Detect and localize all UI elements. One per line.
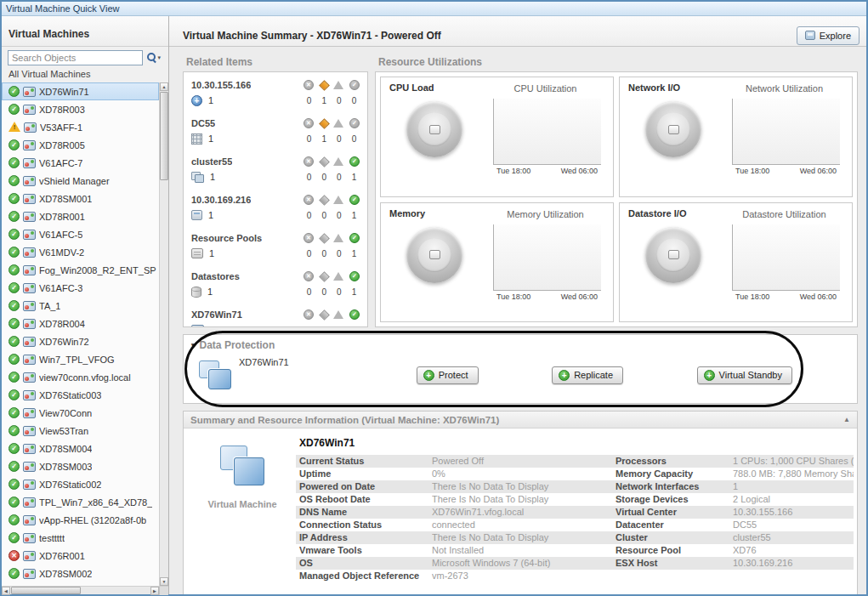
- vm-icon: [191, 325, 204, 327]
- normal-icon: ✓: [349, 233, 360, 243]
- vm-list-item[interactable]: ✓XD78R005: [2, 136, 159, 154]
- vm-label: V53AFF-1: [40, 122, 82, 133]
- vm-list-item[interactable]: ✓XD76Win71: [2, 82, 159, 100]
- scrollbar-thumb[interactable]: [11, 587, 81, 594]
- field-value: [733, 570, 854, 582]
- data-protection-panel: ▾ Data Protection XD76Win71 +Protect+Rep…: [183, 334, 858, 404]
- scroll-down-button[interactable]: ▼: [160, 577, 168, 586]
- vm-icon: [23, 480, 36, 490]
- related-item-label: 10.30.169.216: [191, 195, 251, 205]
- vm-list-item[interactable]: ✓TPL_Win7_x86_64_XD78_: [2, 493, 159, 511]
- vm-list-item[interactable]: ✓view70conn.vfog.local: [2, 368, 159, 386]
- vm-list-item[interactable]: V53AFF-1: [2, 118, 159, 136]
- normal-icon: ✓: [349, 271, 360, 281]
- related-item-label: Resource Pools: [191, 233, 262, 243]
- scroll-left-button[interactable]: ◀: [2, 587, 10, 595]
- vm-list-item[interactable]: ✕XD76R001: [2, 547, 159, 565]
- virtual-standby-button[interactable]: +Virtual Standby: [697, 366, 792, 384]
- gauge[interactable]: [645, 101, 701, 157]
- warning-icon: [333, 156, 344, 167]
- summary-icon-column: Virtual Machine: [189, 432, 296, 594]
- scroll-right-button[interactable]: ▶: [150, 587, 159, 595]
- warning-icon: [333, 195, 344, 205]
- vm-list-item[interactable]: ✓XD78R001: [2, 207, 159, 225]
- status-ok-icon: ✓: [9, 300, 20, 311]
- vcenter-icon: [191, 95, 202, 106]
- vm-list-item[interactable]: ✓V61MDV-2: [2, 243, 159, 261]
- vm-list-item[interactable]: ✓XD76Static003: [2, 386, 159, 404]
- scrollbar-thumb[interactable]: [160, 92, 168, 180]
- vm-list-item[interactable]: ✓vShield Manager: [2, 172, 159, 190]
- vm-list-item[interactable]: ✓Fog_Win2008_R2_ENT_SP: [2, 261, 159, 279]
- related-item-row[interactable]: 10.30.169.216✕✓10001: [184, 189, 367, 227]
- vm-list-item[interactable]: ✓XD76Win72: [2, 332, 159, 350]
- vm-label: XD76Static002: [39, 480, 101, 490]
- gauge[interactable]: [406, 101, 462, 157]
- status-ok-icon: ✓: [9, 247, 20, 258]
- vm-list-item[interactable]: ✓V61AFC-5: [2, 225, 159, 243]
- protect-button[interactable]: +Protect: [417, 366, 479, 384]
- vm-list-item[interactable]: ✓Win7_TPL_VFOG: [2, 350, 159, 368]
- vm-list-item[interactable]: ✓XD76Static002: [2, 475, 159, 493]
- all-virtual-machines-link[interactable]: All Virtual Machines: [2, 67, 168, 82]
- scroll-up-button[interactable]: ▲: [160, 82, 168, 91]
- axis-tick-label: Wed 06:00: [800, 167, 837, 175]
- field-value: There Is No Data To Display: [432, 493, 612, 506]
- vm-label: View70Conn: [39, 408, 92, 418]
- vm-label: XD78R003: [39, 105, 85, 115]
- summary-row: Managed Object Referencevm-2673: [296, 570, 854, 582]
- item-count: 1: [210, 172, 215, 182]
- related-items-box: 10.30.155.166✕✓10100DC55✕✓10100cluster55…: [183, 71, 368, 327]
- main-header: Virtual Machine Summary - XD76Win71 - Po…: [169, 16, 866, 47]
- related-item-row[interactable]: DC55✕✓10100: [184, 112, 367, 150]
- vm-list-item[interactable]: ✓View53Tran: [2, 422, 159, 440]
- vm-list-item[interactable]: ✓V61AFC-3: [2, 279, 159, 297]
- fatal-icon: ✕: [304, 309, 314, 320]
- gauge[interactable]: [406, 227, 462, 283]
- vm-list-item[interactable]: ✓testtttt: [2, 529, 159, 547]
- related-item-row[interactable]: Resource Pools✕✓10001: [184, 227, 367, 265]
- vm-list-item[interactable]: ✓XD78R004: [2, 315, 159, 332]
- related-item-row[interactable]: Datastores✕✓10001: [184, 265, 367, 304]
- vm-list-item[interactable]: ✓XD78SM003: [2, 457, 159, 475]
- related-item-row[interactable]: XD76Win71✕✓10001: [184, 304, 367, 327]
- vm-list-item[interactable]: ✓XD78R003: [2, 100, 159, 118]
- field-value: 2 Logical: [733, 493, 854, 506]
- status-ok-icon: ✓: [9, 514, 20, 525]
- vm-label: V61MDV-2: [39, 247, 84, 258]
- collapse-arrow-icon[interactable]: ▲: [843, 416, 850, 423]
- vm-icon: [23, 301, 36, 311]
- gauge[interactable]: [645, 227, 701, 283]
- vertical-scrollbar[interactable]: ▲ ▼: [159, 82, 168, 586]
- axis-tick-label: Tue 18:00: [735, 292, 769, 301]
- collapse-caret-icon[interactable]: ▾: [191, 341, 196, 349]
- vm-icon: [23, 551, 36, 561]
- vm-list-item[interactable]: ✓TA_1: [2, 297, 159, 315]
- chart-title: Network Utilization: [725, 83, 843, 94]
- vm-list-item[interactable]: ✓XD78SM002: [2, 565, 159, 582]
- field-value: cluster55: [733, 531, 854, 544]
- search-input[interactable]: [8, 50, 143, 65]
- vm-label: Win7_TPL_VFOG: [39, 355, 115, 365]
- status-ok-icon: ✓: [9, 568, 20, 579]
- vm-list-item[interactable]: ✓V61AFC-7: [2, 154, 159, 172]
- warning-icon: [333, 309, 344, 320]
- vm-list-item[interactable]: ✓XD78SM004: [2, 440, 159, 457]
- related-item-row[interactable]: 10.30.155.166✕✓10100: [184, 74, 367, 112]
- vm-list-item[interactable]: ✓View70Conn: [2, 404, 159, 422]
- horizontal-scrollbar[interactable]: ◀ ▶: [2, 586, 168, 594]
- explore-button[interactable]: Explore: [797, 26, 859, 45]
- status-ok-icon: ✓: [9, 139, 20, 150]
- related-item-row[interactable]: cluster55✕✓10001: [184, 150, 367, 189]
- axis-tick-label: Wed 06:00: [561, 167, 598, 175]
- vm-list-item[interactable]: ✓vApp-RHEL (31202a8f-0b: [2, 511, 159, 529]
- datastore-icon: [191, 287, 201, 298]
- main-area: Virtual Machine Summary - XD76Win71 - Po…: [169, 16, 866, 594]
- vm-icon: [23, 194, 36, 204]
- scrollbar-track[interactable]: [160, 91, 168, 577]
- vm-list-item[interactable]: ✓XD78SM001: [2, 190, 159, 207]
- search-button[interactable]: ▾: [145, 50, 163, 65]
- replicate-button[interactable]: +Replicate: [552, 366, 623, 384]
- scrollbar-track[interactable]: [10, 587, 150, 594]
- vm-label: V61AFC-7: [39, 158, 82, 168]
